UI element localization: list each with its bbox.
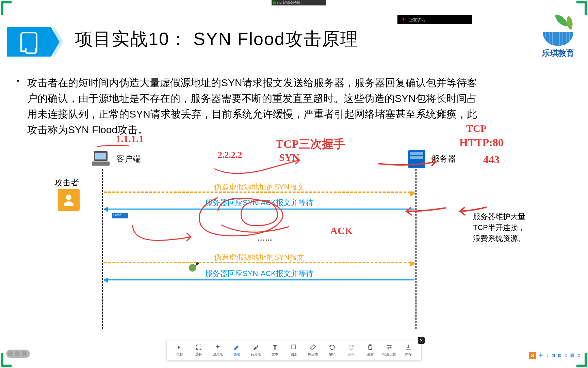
meeting-tab[interactable]: Frank的快速会议: [272, 0, 326, 5]
msg-label: 服务器回应SYN-ACK报文并等待: [104, 198, 414, 208]
tool-clear[interactable]: 清空: [361, 342, 380, 358]
tool-label: 选择: [195, 352, 202, 357]
select-icon: [195, 344, 202, 351]
tool-label: 鼠标: [176, 352, 183, 357]
redo-icon: [348, 344, 355, 351]
tool-cursor[interactable]: 鼠标: [170, 342, 189, 358]
sequence-diagram: 客户端 服务器 攻击者 伪造虚假源地址的SYN报文 服务器回应SYN-ACK报文…: [61, 143, 470, 337]
client-icon: [92, 150, 112, 167]
tool-label: 橡皮擦: [308, 352, 318, 357]
tool-label: 图形: [291, 352, 297, 357]
ime-key[interactable]: ▦: [557, 353, 561, 358]
ime-bar[interactable]: S 中；◑▦☺简:::: [529, 352, 581, 359]
tool-label: 画笔: [233, 352, 240, 357]
brand-name: 乐琪教育: [542, 48, 574, 59]
hand-syn: SYN: [279, 152, 299, 163]
shapes-icon: [291, 344, 297, 351]
msg-synack-2: 服务器回应SYN-ACK报文并等待: [104, 279, 414, 280]
msg-synack-1: 服务器回应SYN-ACK报文并等待: [104, 209, 414, 210]
svg-rect-5: [292, 345, 296, 349]
frame-corner-tl: [1, 1, 12, 15]
clear-icon: [367, 344, 374, 351]
tool-eraser[interactable]: 橡皮擦: [304, 342, 323, 358]
server-label: 服务器: [431, 153, 456, 164]
bullet-content: 攻击者在的短时间内伪造大量虚假源地址的SYN请求报文发送给服务器，服务器回复确认…: [27, 77, 477, 135]
msg-syn-forged-2: 伪造虚假源地址的SYN报文: [104, 262, 414, 263]
mic-mute-icon: [401, 17, 406, 22]
page-title: 项目实战10： SYN Flood攻击原理: [75, 27, 359, 51]
press-badge: Press: [112, 213, 128, 218]
ime-key[interactable]: ◑: [552, 353, 555, 358]
tool-redo[interactable]: 重做: [342, 342, 361, 358]
mini-chat-icon: [15, 351, 20, 356]
leaf-icon: [555, 13, 568, 28]
attacker-label: 攻击者: [54, 177, 79, 188]
attacker-icon: [58, 189, 80, 211]
tool-label: 荧光笔: [251, 352, 261, 357]
ime-key[interactable]: 中: [539, 353, 543, 358]
tool-label: 清空: [367, 352, 374, 357]
tool-label: 保存: [405, 352, 412, 357]
tool-undo[interactable]: 撤销: [323, 342, 342, 358]
bullet-text: 攻击者在的短时间内伪造大量虚假源地址的SYN请求报文发送给服务器，服务器回复确认…: [27, 75, 486, 138]
hand-tcp: TCP: [466, 123, 487, 134]
bowl-icon: [543, 32, 573, 46]
cursor-icon: [176, 344, 183, 351]
ime-key[interactable]: ；: [545, 353, 550, 358]
hand-443: 443: [483, 153, 500, 166]
msg-label: 伪造虚假源地址的SYN报文: [104, 182, 414, 192]
msg-syn-forged-1: 伪造虚假源地址的SYN报文: [104, 191, 414, 193]
client-lifeline: [102, 169, 103, 329]
svg-rect-1: [95, 153, 106, 159]
msg-label: 服务器回应SYN-ACK报文并等待: [104, 269, 414, 279]
hand-tcp-handshake: TCP三次握手: [276, 136, 345, 152]
meeting-title: Frank的快速会议: [277, 1, 300, 5]
tool-label: 激光笔: [213, 352, 223, 357]
ime-key[interactable]: :::: [576, 353, 580, 358]
tool-laser[interactable]: 激光笔: [208, 342, 227, 358]
mini-rec-icon: [8, 351, 13, 356]
mini-more-icon: [22, 351, 27, 356]
hand-ack: ACK: [330, 225, 353, 236]
toolbar-close-button[interactable]: ✕: [418, 337, 425, 344]
mini-control[interactable]: [6, 350, 30, 358]
speaking-indicator: 正在讲话:: [397, 15, 472, 24]
annotation-toolbar: ✕ 鼠标选择激光笔画笔荧光笔文本图形橡皮擦撤销重做清空批注设置保存: [166, 340, 422, 361]
brand-logo: 乐琪教育: [542, 14, 574, 59]
note-icon: [20, 32, 37, 52]
svg-point-3: [66, 195, 71, 200]
tool-label: 重做: [348, 352, 355, 357]
server-lifeline: [415, 169, 416, 329]
hand-http: HTTP:80: [459, 136, 504, 149]
tool-label: 批注设置: [382, 352, 396, 357]
client-label: 客户端: [116, 153, 141, 164]
tool-select[interactable]: 选择: [189, 342, 208, 358]
side-note: 服务器维护大量TCP半开连接，浪费系统资源。: [473, 211, 527, 244]
svg-rect-2: [92, 162, 110, 166]
save-icon: [405, 344, 412, 351]
pen-cursor-icon: [189, 264, 196, 272]
text-icon: [272, 344, 278, 351]
tool-highlighter[interactable]: 荧光笔: [246, 342, 265, 358]
tool-shapes[interactable]: 图形: [284, 342, 304, 358]
svg-rect-4: [64, 203, 74, 206]
tool-settings[interactable]: 批注设置: [380, 342, 399, 358]
tool-save[interactable]: 保存: [399, 342, 418, 358]
msg-label: 伪造虚假源地址的SYN报文: [104, 252, 414, 262]
highlighter-icon: [252, 344, 259, 351]
bullet-dot-icon: [17, 80, 19, 82]
speaking-label: 正在讲话:: [409, 17, 426, 23]
tool-pen[interactable]: 画笔: [227, 342, 246, 358]
hand-ip2: 2.2.2.2: [218, 150, 242, 160]
status-dot-icon: [273, 1, 276, 4]
svg-point-6: [388, 345, 389, 346]
svg-point-8: [388, 348, 389, 349]
ellipsis: ……: [61, 234, 470, 242]
undo-icon: [329, 344, 336, 351]
ime-key[interactable]: 简: [570, 353, 574, 358]
tool-text[interactable]: 文本: [265, 342, 284, 358]
settings-icon: [386, 344, 393, 351]
frame-corner-tr: [576, 1, 587, 15]
tool-label: 文本: [272, 352, 278, 357]
ime-key[interactable]: ☺: [564, 353, 568, 358]
